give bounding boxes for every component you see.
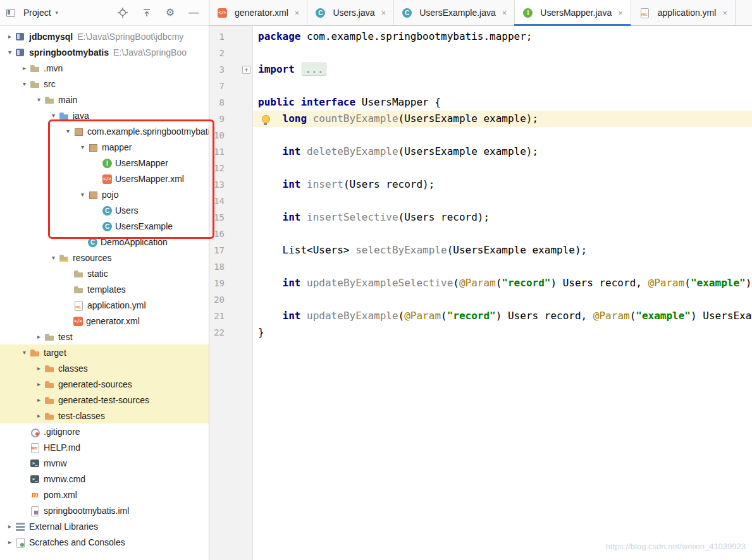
tree-item-jdbcmysql[interactable]: ▸jdbcmysqlE:\Java\SpringBoot\jdbcmy	[0, 28, 209, 44]
tree-item-demoapplication[interactable]: DemoApplication	[0, 234, 209, 250]
tab-label: UsersMapper.java	[540, 8, 612, 18]
tree-item-scratches-and-consoles[interactable]: ▸Scratches and Consoles	[0, 534, 209, 550]
tree-item-com-example-springbootmybatis[interactable]: ▾com.example.springbootmybatis	[0, 123, 209, 139]
folder-icon	[44, 332, 55, 342]
locate-file-icon[interactable]	[118, 8, 128, 18]
chevron-right-icon[interactable]: ▸	[34, 380, 44, 387]
code-token: updateByExampleSelective	[307, 277, 453, 289]
tree-item-pojo[interactable]: ▾pojo	[0, 186, 209, 202]
chevron-down-icon[interactable]: ▾	[78, 143, 87, 150]
chevron-right-icon[interactable]: ▸	[20, 64, 29, 71]
line-number: 9	[209, 111, 225, 127]
code-token: (UsersExample example);	[447, 244, 588, 256]
tree-item-src[interactable]: ▾src	[0, 76, 209, 92]
settings-gear-icon[interactable]: ⚙	[166, 8, 175, 18]
tree-item-label: DemoApplication	[101, 237, 168, 247]
tree-item-target[interactable]: ▾target	[0, 344, 209, 360]
tree-item-mapper[interactable]: ▾mapper	[0, 139, 209, 155]
chevron-right-icon[interactable]: ▸	[34, 412, 44, 419]
chevron-down-icon[interactable]: ▾	[56, 9, 59, 16]
tree-item-java[interactable]: ▾java	[0, 107, 209, 123]
tree-item-generator-xml[interactable]: generator.xml	[0, 313, 209, 329]
close-tab-icon[interactable]: ×	[722, 8, 727, 18]
chevron-down-icon[interactable]: ▾	[20, 80, 29, 87]
hide-panel-icon[interactable]: —	[188, 8, 199, 18]
chevron-down-icon[interactable]: ▾	[49, 112, 58, 119]
chevron-down-icon[interactable]: ▾	[20, 349, 29, 356]
tree-item-application-yml[interactable]: application.yml	[0, 297, 209, 313]
editor-area[interactable]: 123+78910111213141516171819202122 packag…	[209, 26, 752, 560]
chevron-right-icon[interactable]: ▸	[5, 33, 15, 40]
md-icon	[30, 442, 40, 453]
chevron-right-icon[interactable]: ▸	[34, 396, 44, 403]
code-token	[258, 211, 283, 223]
tab-usersexample-java[interactable]: UsersExample.java×	[394, 0, 515, 25]
tree-item-mvn[interactable]: ▸.mvn	[0, 60, 209, 76]
code-token	[258, 178, 283, 190]
tree-item-label: mapper	[102, 142, 132, 152]
close-tab-icon[interactable]: ×	[618, 8, 623, 18]
tree-item-pom-xml[interactable]: pom.xml	[0, 487, 209, 502]
chevron-down-icon[interactable]: ▾	[63, 128, 73, 135]
tree-item-classes[interactable]: ▸classes	[0, 360, 209, 376]
code-line: import ...	[253, 61, 752, 78]
tree-item-static[interactable]: static	[0, 265, 209, 281]
package-icon	[73, 126, 84, 137]
chevron-right-icon[interactable]: ▸	[34, 333, 44, 340]
editor-code[interactable]: package com.example.springbootmybatis.ma…	[253, 26, 752, 560]
fold-marker-icon[interactable]: +	[242, 66, 250, 74]
code-text: import ...	[253, 61, 326, 78]
tree-item-resources[interactable]: ▾resources	[0, 250, 209, 265]
tab-usersmapper-java[interactable]: UsersMapper.java×	[515, 0, 631, 25]
code-text: int updateByExample(@Param("record") Use…	[253, 308, 752, 324]
tree-item-springbootmybatis-iml[interactable]: springbootmybatis.iml	[0, 502, 209, 518]
tree-item-mvnw[interactable]: mvnw	[0, 455, 209, 471]
tree-item-external-libraries[interactable]: ▸External Libraries	[0, 518, 209, 534]
tree-item-help-md[interactable]: HELP.md	[0, 439, 209, 455]
code-token	[300, 277, 307, 289]
chevron-right-icon[interactable]: ▸	[5, 523, 15, 530]
code-token: int	[283, 310, 301, 322]
package-icon	[88, 142, 99, 152]
chevron-right-icon[interactable]: ▸	[34, 365, 44, 372]
tree-item-test-classes[interactable]: ▸test-classes	[0, 408, 209, 423]
tree-item-usersexample[interactable]: UsersExample	[0, 218, 209, 234]
close-tab-icon[interactable]: ×	[295, 8, 300, 18]
chevron-down-icon[interactable]: ▾	[49, 254, 58, 261]
chevron-right-icon[interactable]: ▸	[5, 539, 15, 545]
xml-icon	[102, 174, 112, 184]
tree-item-usersmapper-xml[interactable]: UsersMapper.xml	[0, 171, 209, 186]
tree-item-main[interactable]: ▾main	[0, 92, 209, 107]
chevron-down-icon[interactable]: ▾	[34, 96, 44, 103]
tree-item-gitignore[interactable]: .gitignore	[0, 423, 209, 439]
tree-item-users[interactable]: Users	[0, 202, 209, 218]
tab-users-java[interactable]: Users.java×	[307, 0, 394, 25]
line-number: 17	[209, 242, 225, 259]
code-token: List<Users>	[258, 244, 355, 256]
tree-item-generated-sources[interactable]: ▸generated-sources	[0, 376, 209, 392]
close-tab-icon[interactable]: ×	[502, 8, 507, 18]
chevron-down-icon[interactable]: ▾	[78, 191, 87, 198]
close-tab-icon[interactable]: ×	[381, 8, 386, 18]
tree-item-test[interactable]: ▸test	[0, 329, 209, 344]
code-token: selectByExample	[355, 244, 447, 256]
code-token: (	[453, 277, 459, 289]
tab-application-yml[interactable]: application.yml×	[631, 0, 736, 25]
tree-item-label: target	[44, 348, 66, 358]
collapse-all-icon[interactable]	[142, 8, 152, 18]
tab-label: UsersExample.java	[419, 8, 496, 18]
tab-generator-xml[interactable]: generator.xml×	[209, 0, 307, 25]
chevron-down-icon[interactable]: ▾	[5, 49, 15, 56]
tree-item-label: classes	[58, 363, 88, 374]
tree-item-templates[interactable]: templates	[0, 281, 209, 297]
tree-item-springbootmybatis[interactable]: ▾springbootmybatisE:\Java\SpringBoo	[0, 44, 209, 60]
code-line	[253, 78, 752, 94]
tree-item-generated-test-sources[interactable]: ▸generated-test-sources	[0, 392, 209, 408]
project-panel-title[interactable]: Project	[23, 8, 51, 18]
gutter-line: 11	[209, 143, 252, 160]
tree-item-usersmapper[interactable]: UsersMapper	[0, 155, 209, 171]
intention-bulb-icon[interactable]	[262, 115, 270, 123]
tree-item-mvnw-cmd[interactable]: mvnw.cmd	[0, 471, 209, 487]
code-line: }	[253, 324, 752, 341]
code-token: import	[258, 63, 295, 75]
